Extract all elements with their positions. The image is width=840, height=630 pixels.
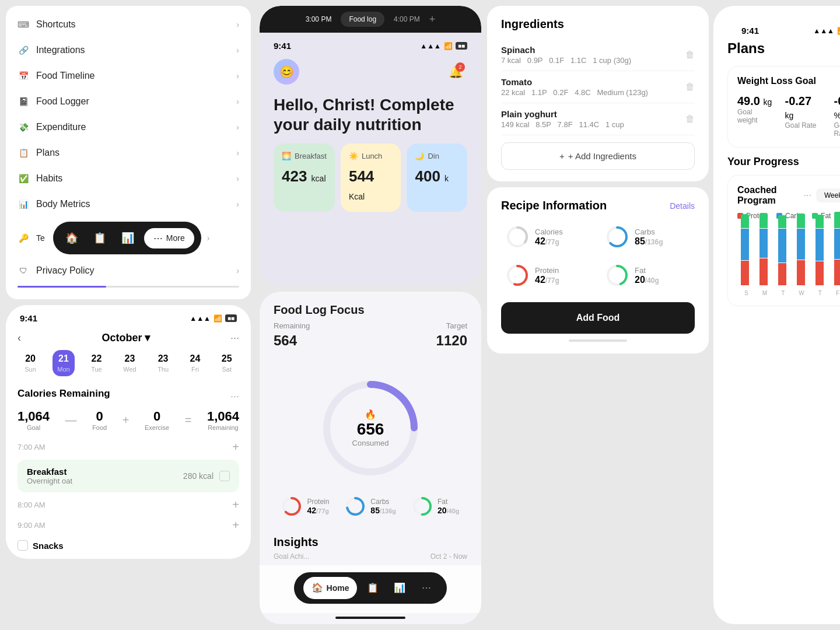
meal-cards-row: 🌅 Breakfast 423 kcal ☀️ Lunch 544 Kcal 🌙… [260,144,481,212]
calories-value: 42/77g [535,236,563,247]
calories-info: Calories 42/77g [535,228,563,247]
snacks-checkbox[interactable] [18,540,28,551]
bar-segment [741,229,749,260]
nav-home-icon[interactable]: 🏠 [60,226,83,250]
menu-item-expenditure[interactable]: 💸 Expenditure › [6,114,251,140]
plans-time: 9:41 [741,26,759,36]
protein-arc [281,496,302,517]
bar-stack [778,215,786,285]
wifi-icon: 📶 [214,314,222,323]
protein-val: 42/77g [307,506,329,515]
coached-more-btn[interactable]: ··· [804,190,811,201]
menu-item-habits[interactable]: ✅ Habits › [6,166,251,191]
remaining-value: 564 [274,332,297,349]
menu-item-food-timeline[interactable]: 📅 Food Timeline › [6,63,251,89]
bar-stack [741,214,749,285]
habits-chevron: › [236,174,239,183]
user-avatar[interactable]: 😊 [274,59,299,85]
cal-day-tue[interactable]: 22 Tue [86,350,107,376]
menu-item-food-logger[interactable]: 📓 Food Logger › [6,89,251,114]
body-metrics-icon: 📊 [18,198,29,210]
add-ingredients-btn[interactable]: + + Add Ingredients [501,142,695,170]
breakfast-checkbox[interactable] [219,471,230,481]
yoghurt-row: Plain yoghurt 149 kcal 8.5P 7.8F 11.4C 1… [501,103,695,135]
phone-nav-home[interactable]: 🏠 Home [303,577,358,599]
goal-rate2-val: -0.5 % [834,94,840,121]
phone-nav-chart[interactable]: 📊 [388,577,411,599]
details-link[interactable]: Details [670,201,695,211]
nav-more-btn[interactable]: ⋯ More [144,228,194,249]
phone-nav-log[interactable]: 📋 [362,577,384,599]
add-9am-btn[interactable]: + [232,519,239,532]
protein-cell-label: Protein [535,266,559,275]
yoghurt-delete[interactable]: 🗑 [685,114,695,124]
privacy-policy-item[interactable]: 🛡 Privacy Policy › [6,258,251,284]
bar-stack [797,214,805,285]
cal-plus-symbol: + [123,414,130,427]
cal-remaining-more[interactable]: ··· [230,390,239,402]
notification-bell[interactable]: 🔔 2 [444,60,467,83]
cal-days-row: 20 Sun 21 Mon 22 Tue 23 Wed 23 Thu 24 Fr… [6,350,251,382]
plans-wifi: 📶 [837,27,840,35]
bar-stack [834,212,840,285]
menu-item-shortcuts[interactable]: ⌨ Shortcuts › [6,12,251,37]
spinach-delete[interactable]: 🗑 [685,50,695,60]
avatar-row: 😊 🔔 2 [260,54,481,89]
add-8am-btn[interactable]: + [232,498,239,512]
phone-nav-more[interactable]: ⋯ [415,577,438,599]
weekly-dropdown[interactable]: Weekly Monthly [816,188,840,202]
cal-day-thu[interactable]: 23 Thu [153,350,173,376]
cal-day-mon[interactable]: 21 Mon [52,350,74,376]
yoghurt-macros: 149 kcal 8.5P 7.8F 11.4C 1 cup [501,120,624,129]
cal-day-fri[interactable]: 24 Fri [186,350,205,376]
cal-header: ‹ October ▾ ··· [6,328,251,350]
plans-title: Plans [727,40,765,57]
coached-header: Coached Program ··· Weekly Monthly [737,185,840,206]
food-timeline-chevron: › [236,71,239,80]
menu-item-plans[interactable]: 📋 Plans › [6,140,251,166]
snacks-label: Snacks [33,541,64,551]
macro-summary-row: Protein 42/77g Carbs 85/136g [260,487,481,526]
cal-time: 9:41 [20,313,37,323]
food-logger-label: Food Logger [36,96,89,107]
bar-segment [760,213,768,228]
breakfast-card[interactable]: 🌅 Breakfast 423 kcal [274,144,335,212]
plans-label: Plans [36,148,60,158]
tomato-delete[interactable]: 🗑 [685,82,695,92]
add-ingredients-icon: + [559,151,565,161]
cal-day-sun[interactable]: 20 Sun [20,350,41,376]
weekly-bar-chart [737,227,840,285]
bar-segment [797,229,805,260]
menu-item-integrations[interactable]: 🔗 Integrations › [6,37,251,63]
nav-log-icon[interactable]: 📋 [88,226,111,250]
insights-label: Insights [260,526,481,552]
food-log-btn[interactable]: Food log [341,12,384,27]
add-food-button[interactable]: Add Food [501,302,695,334]
add-time-btn[interactable]: + [429,13,436,26]
add-7am-btn[interactable]: + [232,440,239,454]
goal-rate-val: -0.27 kg [785,94,822,121]
spinach-row: Spinach 7 kcal 0.9P 0.1F 1.1C 1 cup (30g… [501,39,695,71]
main-signal: ▲▲▲ [420,42,441,50]
lunch-card[interactable]: ☀️ Lunch 544 Kcal [341,144,401,212]
cal-day-wed[interactable]: 23 Wed [118,350,141,376]
dinner-card[interactable]: 🌙 Din 400 k [407,144,467,212]
plans-header: Plans ··· [727,40,840,57]
food-log-tab: Food log [349,15,376,23]
main-status-bar: 9:41 ▲▲▲ 📶 ■■ [260,33,481,54]
cal-status-icons: ▲▲▲ 📶 ■■ [190,313,237,323]
recipe-info-card: Recipe Information Details Calories 42/7… [487,187,709,354]
date-range: Oct 2 - Now [430,552,467,561]
lunch-icon: ☀️ [349,152,358,160]
carbs-cell-label: Carbs [635,228,663,236]
cal-more-btn[interactable]: ··· [230,332,239,344]
cal-month-selector[interactable]: October ▾ [102,331,149,344]
time-8am: 8:00 AM [18,501,46,509]
phone-nav-bar: 🏠 Home 📋 📊 ⋯ [260,565,481,613]
cal-back-btn[interactable]: ‹ [18,332,21,344]
nav-chart-icon[interactable]: 📊 [116,226,139,250]
middle-column: 3:00 PM Food log 4:00 PM + 9:41 ▲▲▲ 📶 ■■… [257,0,484,630]
cal-day-sat[interactable]: 25 Sat [217,350,237,376]
time-400: 4:00 PM [394,15,420,23]
menu-item-body-metrics[interactable]: 📊 Body Metrics › [6,191,251,217]
